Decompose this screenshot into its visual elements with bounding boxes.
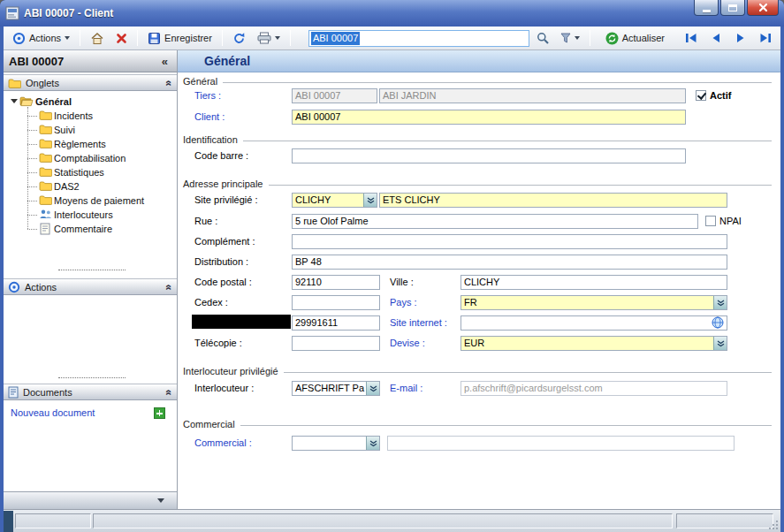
group-rule <box>223 82 772 83</box>
onglets-panel-title: Onglets <box>26 78 162 88</box>
tree-item-label: Commentaire <box>54 224 112 234</box>
commercial-name-field[interactable] <box>387 436 735 451</box>
statusbar-panel-left <box>15 513 91 528</box>
code-barre-field[interactable] <box>292 148 686 163</box>
tiers-label[interactable]: Tiers : <box>194 90 221 101</box>
npai-checkbox[interactable] <box>705 216 716 226</box>
onglets-panel-header[interactable]: Onglets « <box>4 74 177 91</box>
actions-panel-title: Actions <box>25 282 162 293</box>
site-internet-field[interactable] <box>461 315 727 331</box>
commercial-combo[interactable] <box>292 436 380 451</box>
site-internet-label[interactable]: Site internet : <box>390 317 447 328</box>
open-folder-icon <box>19 95 34 107</box>
devise-combo[interactable]: EUR <box>461 336 727 351</box>
distribution-label: Distribution : <box>194 256 248 267</box>
tree-expander-icon[interactable] <box>11 99 18 103</box>
telecopie-field[interactable] <box>292 336 380 351</box>
tiers-code-field[interactable]: ABI 00007 <box>292 88 377 103</box>
home-button[interactable] <box>86 29 109 48</box>
dropdown-button[interactable] <box>363 194 377 207</box>
refresh-button[interactable] <box>228 29 250 48</box>
tree-item-label: Incidents <box>54 110 93 121</box>
globe-icon[interactable] <box>712 316 724 329</box>
last-record-button[interactable] <box>755 29 776 47</box>
delete-icon <box>116 33 127 44</box>
group-title-general: Général <box>183 76 772 87</box>
maximize-button[interactable] <box>720 0 745 16</box>
interlocuteur-label: Interlocuteur : <box>194 383 254 393</box>
tree-item-suivi[interactable]: Suivi <box>4 123 177 137</box>
resize-grip[interactable] <box>768 520 779 530</box>
client-field[interactable]: ABI 00007 <box>292 110 686 125</box>
actions-panel-header[interactable]: Actions « <box>4 278 177 295</box>
window-icon[interactable] <box>5 6 19 20</box>
devise-label[interactable]: Devise : <box>390 338 425 348</box>
dropdown-button[interactable] <box>713 337 727 350</box>
next-record-button[interactable] <box>730 29 751 47</box>
search-input[interactable]: ABI 00007 <box>308 30 529 47</box>
toolbar: Actions Enregistrer <box>4 27 780 50</box>
new-document-link[interactable]: Nouveau document <box>11 407 95 418</box>
actualiser-button[interactable]: Actualiser <box>601 29 669 48</box>
collapse-up-icon: « <box>164 389 176 395</box>
tree-item-moyens-de-paiement[interactable]: Moyens de paiement <box>4 194 177 208</box>
cedex-field[interactable] <box>292 295 380 310</box>
filter-button[interactable] <box>556 29 584 48</box>
sidebar-scroll-down-button[interactable] <box>4 491 177 509</box>
tree-item-comptabilisation[interactable]: Comptabilisation <box>4 151 177 165</box>
npai-checkbox-label[interactable]: NPAI <box>719 216 742 226</box>
add-document-button[interactable] <box>154 407 165 419</box>
tree-item-das2[interactable]: DAS2 <box>4 179 177 194</box>
tree-item-statistiques[interactable]: Statistiques <box>4 165 177 179</box>
page-header: Général <box>178 50 780 72</box>
search-button[interactable] <box>532 29 553 48</box>
print-button[interactable] <box>253 29 285 48</box>
scroll-down-icon <box>157 498 164 503</box>
pays-combo[interactable]: FR <box>461 295 727 310</box>
client-label[interactable]: Client : <box>194 111 225 122</box>
site-name-field[interactable]: ETS CLICHY <box>379 193 727 208</box>
commercial-label[interactable]: Commercial : <box>194 437 252 448</box>
email-field[interactable]: p.afschrift@picardsurgelsst.com <box>461 381 727 396</box>
sidebar-collapse-button[interactable]: « <box>158 55 171 68</box>
filter-icon <box>560 33 571 43</box>
rue-field[interactable]: 5 rue Olof Palme <box>292 214 698 229</box>
email-label[interactable]: E-mail : <box>390 383 422 393</box>
first-record-icon <box>684 33 698 43</box>
dropdown-button[interactable] <box>713 296 727 309</box>
delete-button[interactable] <box>111 29 132 48</box>
save-button[interactable]: Enregistrer <box>143 29 217 48</box>
telephone-field[interactable]: 29991611 <box>292 315 380 331</box>
interlocuteur-combo[interactable]: AFSCHRIFT Pa <box>292 381 380 396</box>
actif-checkbox-label[interactable]: Actif <box>710 90 731 101</box>
tree-item-label: Statistiques <box>54 167 104 178</box>
close-icon <box>758 3 768 12</box>
actif-checkbox[interactable] <box>696 90 706 101</box>
distribution-field[interactable]: BP 48 <box>292 255 727 270</box>
previous-record-button[interactable] <box>705 29 727 47</box>
pays-label[interactable]: Pays : <box>390 297 417 308</box>
panel-separator <box>58 377 126 378</box>
site-privilegie-combo[interactable]: CLICHY <box>292 193 377 208</box>
dropdown-button[interactable] <box>366 437 379 450</box>
tree-item-interlocuteurs[interactable]: Interlocuteurs <box>4 208 177 222</box>
close-button[interactable] <box>747 0 779 16</box>
tiers-name-field[interactable]: ABI JARDIN <box>379 88 686 103</box>
ville-field[interactable]: CLICHY <box>461 275 727 290</box>
code-postal-field[interactable]: 92110 <box>292 275 380 290</box>
tree-item-general[interactable]: Général <box>4 95 177 109</box>
titlebar[interactable]: ABI 00007 - Client <box>0 0 784 27</box>
actions-menu-button[interactable]: Actions <box>8 29 74 48</box>
first-record-button[interactable] <box>681 29 702 47</box>
minimize-button[interactable] <box>694 0 719 16</box>
tree-item-commentaire[interactable]: Commentaire <box>4 222 177 236</box>
next-record-icon <box>735 33 747 43</box>
complement-field[interactable] <box>292 234 727 249</box>
record-navigation <box>681 29 776 47</box>
documents-panel-header[interactable]: Documents « <box>4 384 177 400</box>
dropdown-button[interactable] <box>366 382 379 395</box>
note-icon <box>40 223 50 235</box>
collapse-up-icon: « <box>164 80 176 86</box>
tree-item-incidents[interactable]: Incidents <box>4 109 177 123</box>
tree-item-reglements[interactable]: Règlements <box>4 137 177 151</box>
